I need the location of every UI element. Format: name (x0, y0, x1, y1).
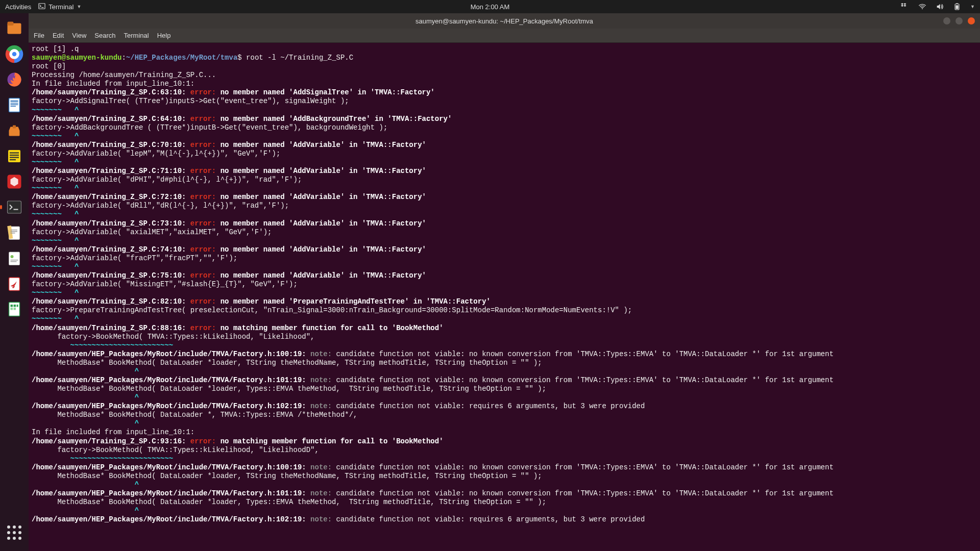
dock-docs[interactable] (3, 247, 26, 269)
dock-chrome[interactable] (3, 43, 26, 65)
err-loc: /home/saumyen/Training_Z_SP.C:71:10: (32, 167, 190, 175)
src: factory->BookMethod( TMVA::Types::kLikel… (32, 333, 315, 341)
activities-button[interactable]: Activities (5, 3, 31, 11)
terminal-output[interactable]: root [1] .q saumyen@saumyen-kundu:~/HEP_… (29, 43, 980, 551)
volume-icon[interactable] (936, 3, 944, 11)
tilde: ~~~~~~~ ^ (32, 158, 79, 166)
dock-mathematica[interactable] (3, 170, 26, 193)
svg-rect-23 (10, 155, 19, 156)
svg-rect-31 (11, 230, 18, 231)
svg-rect-16 (11, 101, 18, 102)
err-label: error: (190, 141, 220, 149)
maximize-button[interactable] (955, 17, 963, 24)
svg-rect-24 (10, 157, 19, 158)
prompt-colon: : (121, 54, 126, 62)
note-label: note: (310, 463, 336, 471)
err-label: error: (190, 115, 220, 123)
prompt-dollar: $ (237, 54, 246, 62)
close-button[interactable] (968, 17, 975, 24)
dock-notes[interactable] (3, 145, 26, 167)
note-loc: /home/saumyen/HEP_Packages/MyRoot/includ… (32, 376, 310, 384)
note-loc: /home/saumyen/HEP_Packages/MyRoot/includ… (32, 350, 310, 358)
dock-firefox[interactable] (3, 68, 26, 91)
menu-view[interactable]: View (72, 32, 86, 39)
titlebar[interactable]: saumyen@saumyen-kundu: ~/HEP_Packages/My… (29, 13, 980, 29)
err-msg: no member named 'AddSignalTree' in 'TMVA… (220, 88, 435, 96)
err-loc: /home/saumyen/Training_Z_SP.C:75:10: (32, 271, 190, 280)
src: MethodBase* BookMethod( DataLoader *, TM… (32, 411, 358, 419)
svg-rect-4 (955, 5, 958, 9)
tilde: ~~~~~~~ ^ (32, 106, 79, 114)
caret: ^ (32, 419, 139, 428)
svg-rect-44 (14, 308, 16, 310)
tilde: ~~~~~~~ ^ (32, 132, 79, 140)
gnome-topbar: Activities Terminal ▼ Mon 2:00 AM ▼ (0, 0, 980, 13)
chevron-down-icon: ▼ (77, 4, 81, 9)
err-label: error: (190, 245, 220, 254)
minimize-button[interactable] (943, 17, 950, 24)
err-label: error: (190, 193, 220, 201)
err-msg: no member named 'AddVariable' in 'TMVA::… (220, 219, 426, 228)
svg-point-1 (922, 8, 923, 9)
err-loc: /home/saumyen/Training_Z_SP.C:73:10: (32, 219, 190, 228)
err-msg: no member named 'AddVariable' in 'TMVA::… (220, 193, 426, 201)
err-label: error: (190, 324, 220, 332)
err-label: error: (190, 167, 220, 175)
err-msg: no member named 'AddVariable' in 'TMVA::… (220, 167, 426, 175)
clock[interactable]: Mon 2:00 AM (471, 3, 510, 11)
src: factory->AddVariable( "lepM","M(l^{-},l^… (32, 149, 280, 158)
show-apps-button[interactable] (3, 521, 26, 544)
err-label: error: (190, 219, 220, 228)
caret: ^ (32, 367, 139, 375)
svg-point-35 (11, 255, 14, 258)
note-loc: /home/saumyen/HEP_Packages/MyRoot/includ… (32, 463, 310, 471)
menu-search[interactable]: Search (94, 32, 115, 39)
wifi-icon[interactable] (918, 3, 926, 11)
dock-texteditor[interactable] (3, 221, 26, 244)
terminal-icon (38, 3, 45, 11)
src: factory->BookMethod( TMVA::Types::kLikel… (32, 446, 319, 454)
system-menu-chevron-icon[interactable]: ▼ (970, 4, 975, 9)
dock-terminal[interactable] (3, 196, 26, 218)
menu-terminal[interactable]: Terminal (124, 32, 149, 39)
svg-rect-18 (11, 105, 18, 106)
note-label: note: (310, 376, 336, 384)
note-loc: /home/saumyen/HEP_Packages/MyRoot/includ… (32, 489, 310, 497)
dock-calc[interactable] (3, 298, 26, 320)
src: factory->AddVariable( "axialMET","axialM… (32, 228, 272, 236)
note-msg: candidate function not viable: no known … (336, 463, 834, 471)
tilde: ~~~~~~~ ^ (32, 263, 79, 271)
svg-rect-42 (17, 305, 18, 307)
menu-file[interactable]: File (34, 32, 44, 39)
dock-files[interactable] (3, 17, 26, 40)
svg-rect-3 (956, 3, 958, 4)
note-msg: candidate function not viable: no known … (336, 350, 834, 358)
menu-help[interactable]: Help (157, 32, 171, 39)
app-indicator[interactable]: Terminal ▼ (38, 3, 81, 11)
prompt-path: /HEP_Packages/MyRoot/tmva (130, 54, 237, 62)
tilde: ~~~~~~~ ^ (32, 315, 79, 323)
svg-rect-17 (11, 103, 18, 104)
err-msg: no member named 'AddVariable' in 'TMVA::… (220, 141, 426, 149)
note-msg: candidate function not viable: no known … (336, 489, 834, 497)
dock (0, 13, 29, 551)
svg-rect-32 (11, 231, 18, 232)
caret: ^ (32, 481, 139, 489)
battery-icon[interactable] (953, 3, 961, 11)
note-msg: candidate function not viable: requires … (336, 402, 645, 410)
dropbox-icon[interactable] (901, 3, 909, 11)
dock-writer[interactable] (3, 94, 26, 116)
app-indicator-label: Terminal (48, 3, 74, 11)
menu-edit[interactable]: Edit (53, 32, 64, 39)
dock-pdf[interactable] (3, 272, 26, 295)
svg-rect-25 (10, 159, 16, 160)
src: MethodBase* BookMethod( DataLoader *load… (32, 472, 542, 480)
note-msg: candidate function not viable: requires … (336, 515, 645, 523)
err-label: error: (190, 88, 220, 96)
dock-software[interactable] (3, 119, 26, 142)
err-msg: no matching member function for call to … (220, 324, 444, 332)
note-label: note: (310, 489, 336, 497)
tilde: ~~~~~~~ ^ (32, 237, 79, 245)
menubar: File Edit View Search Terminal Help (29, 29, 980, 43)
line: root [0] (32, 62, 66, 70)
